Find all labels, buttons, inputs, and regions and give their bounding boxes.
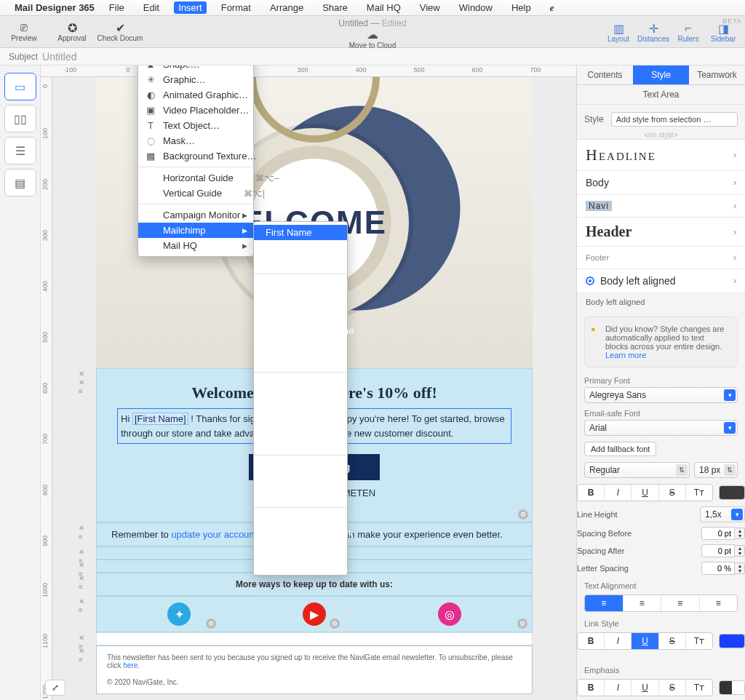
block-settings-icon[interactable]: ⚙ xyxy=(517,619,527,629)
mc-rewards[interactable]: Rewards xyxy=(254,541,347,557)
link-smallcaps[interactable]: Tᴛ xyxy=(686,633,712,649)
link-italic[interactable]: I xyxy=(605,633,632,649)
spacing-before-field[interactable]: ▴▾ xyxy=(701,527,745,540)
emph-strike[interactable]: S xyxy=(659,680,686,696)
menu-animated-graphic[interactable]: ◐Animated Graphic… xyxy=(138,87,253,103)
block-settings-icon[interactable]: ⚙ xyxy=(518,509,528,520)
mc-list-phone[interactable]: List Phone xyxy=(254,437,347,452)
mc-current-month[interactable]: Current Month xyxy=(254,308,347,323)
firstname-placeholder[interactable]: [First Name] xyxy=(132,413,188,425)
footer-block[interactable]: This newsletter has been sent to you bec… xyxy=(96,645,533,694)
align-center[interactable]: ≡ xyxy=(624,595,662,611)
add-fallback-font-button[interactable]: Add fallback font xyxy=(584,442,656,456)
menu-file[interactable]: File xyxy=(105,1,129,14)
layout-toggle[interactable]: ▥Layout xyxy=(601,22,636,43)
style-header[interactable]: Header› xyxy=(577,218,745,247)
spacing-after-field[interactable]: ▴▾ xyxy=(701,544,745,557)
mc-unsubscribe[interactable]: Unsubscribe Link xyxy=(254,557,347,572)
mc-list-company[interactable]: List Company xyxy=(254,375,347,391)
menu-campaign-monitor[interactable]: Campaign Monitor xyxy=(138,207,253,223)
zoom-control[interactable]: ⤢ xyxy=(45,680,65,696)
spacer-block[interactable] xyxy=(96,632,533,645)
bold-toggle[interactable]: B xyxy=(578,485,605,501)
font-weight-select[interactable]: Regular⇅ xyxy=(584,462,690,478)
block-handles[interactable]: ✕≡ xyxy=(79,524,84,541)
link-bold[interactable]: B xyxy=(578,633,605,649)
mc-current-month-name[interactable]: Current Month Name xyxy=(254,323,347,338)
menu-graphic[interactable]: ✳︎Graphic… xyxy=(138,72,253,87)
device-mobile[interactable]: ▯▯ xyxy=(4,105,36,132)
mc-address-vcard[interactable]: Address and vCard xyxy=(254,406,347,421)
emphasis-color-swatch[interactable] xyxy=(719,680,745,695)
menu-share[interactable]: Share xyxy=(318,1,352,14)
emph-smallcaps[interactable]: Tᴛ xyxy=(686,680,712,696)
letter-spacing-field[interactable]: ▴▾ xyxy=(701,562,745,575)
mc-browser-link[interactable]: View in Browser Link xyxy=(254,526,347,541)
menu-insert[interactable]: Insert xyxy=(174,1,207,14)
mc-email[interactable]: Email xyxy=(254,255,347,271)
subject-field[interactable]: Untitled xyxy=(42,51,76,63)
style-headline[interactable]: Headline› xyxy=(577,140,745,171)
align-justify[interactable]: ≡ xyxy=(700,595,738,611)
tab-style[interactable]: Style xyxy=(633,65,689,84)
style-footer[interactable]: Footer› xyxy=(577,247,745,269)
menu-mask[interactable]: ◌Mask… xyxy=(138,133,253,148)
menu-mailhq[interactable]: Mail HQ xyxy=(362,1,405,14)
text-color-swatch[interactable] xyxy=(719,485,745,500)
mc-first-name[interactable]: First Name xyxy=(254,225,347,240)
block-settings-icon[interactable]: ⚙ xyxy=(206,619,216,629)
menu-extra-icon[interactable]: e xyxy=(546,1,559,15)
line-height-select[interactable]: 1,5x▾ xyxy=(700,506,745,522)
mc-user-company[interactable]: User Company xyxy=(254,458,347,474)
social-row[interactable]: ✦⚙ ▶⚙ ◎⚙ xyxy=(96,596,533,632)
app-name[interactable]: Mail Designer 365 xyxy=(15,2,95,13)
mc-current-year[interactable]: Current Year xyxy=(254,293,347,308)
instagram-icon[interactable]: ◎ xyxy=(438,602,461,626)
mc-list-description[interactable]: List Description xyxy=(254,391,347,406)
preview-tool[interactable]: ⎚Preview xyxy=(0,21,48,42)
font-size-field[interactable]: 18 px⇅ xyxy=(694,462,738,478)
tab-teamwork[interactable]: Teamwork xyxy=(689,65,745,84)
twitter-icon[interactable]: ✦ xyxy=(167,602,191,626)
distances-toggle[interactable]: ✛Distances xyxy=(636,22,671,43)
emph-italic[interactable]: I xyxy=(605,680,632,696)
mc-forward-link[interactable]: Forward Link xyxy=(254,511,347,526)
link-underline[interactable]: U xyxy=(632,633,658,649)
menu-window[interactable]: Window xyxy=(455,1,497,14)
link-strike[interactable]: S xyxy=(659,633,686,649)
menu-shape[interactable]: ▲Shape… xyxy=(138,65,253,72)
add-style-button[interactable]: Add style from selection … xyxy=(611,112,738,127)
device-text[interactable]: ☰ xyxy=(4,137,36,164)
mc-list-address[interactable]: List Address xyxy=(254,421,347,437)
youtube-icon[interactable]: ▶ xyxy=(303,602,326,626)
align-right[interactable]: ≡ xyxy=(661,595,700,611)
align-left[interactable]: ≡ xyxy=(585,595,624,611)
unsubscribe-link[interactable]: here xyxy=(123,661,138,669)
primary-font-select[interactable]: Alegreya Sans▾ xyxy=(584,387,738,403)
rulers-toggle[interactable]: ⌐Rulers xyxy=(671,22,706,43)
menu-arrange[interactable]: Arrange xyxy=(266,1,308,14)
menu-mailchimp[interactable]: Mailchimp First Name Last Name Email Cur… xyxy=(138,223,253,238)
block-handles[interactable]: ✕≡ xyxy=(79,647,84,664)
block-handles[interactable]: ✕✕≡ xyxy=(79,370,84,396)
mc-current-week-day[interactable]: Current Week Day xyxy=(254,354,347,369)
emph-bold[interactable]: B xyxy=(578,680,605,696)
sidebar-toggle[interactable]: ◨Sidebar xyxy=(706,22,741,43)
style-body-left[interactable]: Body left aligned› xyxy=(577,269,745,293)
menu-video-placeholder[interactable]: ▣Video Placeholder… xyxy=(138,103,253,118)
emph-underline[interactable]: U xyxy=(632,680,658,696)
menu-v-guide[interactable]: Vertical Guide⌘⌥| xyxy=(138,186,253,201)
menu-bg-texture[interactable]: ▩Background Texture… xyxy=(138,148,253,164)
device-desktop[interactable]: ▭ xyxy=(4,73,36,100)
approval-tool[interactable]: ✪Approval xyxy=(48,21,96,42)
menu-view[interactable]: View xyxy=(415,1,445,14)
menu-help[interactable]: Help xyxy=(507,1,535,14)
more-ways-heading[interactable]: More ways to keep up to date with us: xyxy=(96,573,533,596)
block-handles[interactable]: ✕≡ xyxy=(79,597,84,615)
mc-user-phone[interactable]: User Phone xyxy=(254,489,347,504)
menu-format[interactable]: Format xyxy=(217,1,255,14)
style-body[interactable]: Body› xyxy=(577,171,745,195)
link-color-swatch[interactable] xyxy=(719,634,745,648)
menu-mailhq-sub[interactable]: Mail HQ xyxy=(138,238,253,253)
menu-text-object[interactable]: TText Object… xyxy=(138,118,253,133)
